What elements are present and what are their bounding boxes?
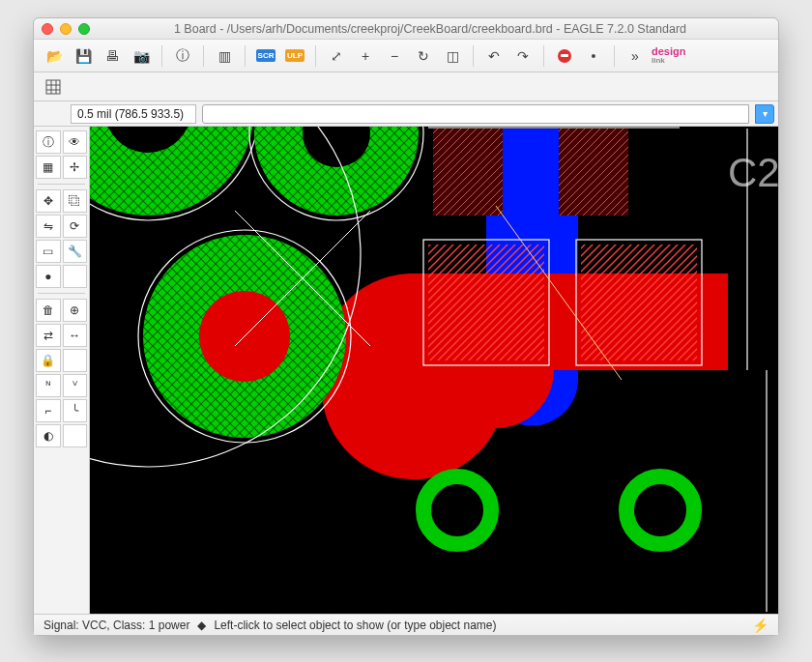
open-icon[interactable]: 📂 [42, 44, 67, 68]
stop-icon[interactable] [552, 44, 577, 68]
zoom-redraw-icon[interactable]: ↻ [411, 44, 436, 68]
name-icon[interactable]: ᴺ [36, 374, 61, 397]
change-icon[interactable]: 🔧 [63, 240, 88, 263]
via-bottom-left[interactable] [423, 476, 491, 544]
board-canvas[interactable]: C2 [90, 127, 778, 614]
delete-icon[interactable]: 🗑 [36, 299, 61, 322]
toolbar-separator [245, 45, 246, 67]
meander-icon[interactable] [63, 424, 88, 447]
close-icon[interactable] [42, 23, 53, 35]
cam-icon[interactable]: 📷 [129, 44, 154, 68]
optimize-icon[interactable]: ◐ [36, 424, 61, 447]
status-sep: ◆ [197, 619, 206, 632]
toolbar-separator [473, 45, 474, 67]
board-svg[interactable]: C2 [90, 127, 778, 614]
grid-size: 0.5 mil [77, 107, 111, 121]
svg-rect-0 [46, 80, 60, 94]
toolbar-separator [614, 45, 615, 67]
tool-row: 🗑⊕ [36, 299, 87, 322]
go-icon[interactable]: • [581, 44, 606, 68]
drc-ok-icon[interactable]: ⚡ [752, 618, 768, 633]
tool-row: ▦✢ [36, 156, 87, 179]
scr-icon[interactable]: SCR [253, 44, 278, 68]
pinswap-icon[interactable]: ⇄ [36, 324, 61, 347]
designlink-logo[interactable]: designlink [652, 46, 685, 65]
lock-icon[interactable]: 🔒 [36, 349, 61, 372]
tool-row: ⇄↔ [36, 324, 87, 347]
pad-top-left[interactable] [90, 127, 259, 220]
component-label: C2 [728, 150, 778, 195]
ulp-icon[interactable]: ULP [282, 44, 307, 68]
overflow-icon[interactable]: » [623, 44, 648, 68]
status-hint: Left-click to select object to show (or … [214, 619, 496, 632]
zoom-out-icon[interactable]: − [382, 44, 407, 68]
minimize-icon[interactable] [60, 23, 72, 35]
traffic-lights [42, 23, 90, 35]
coordinates-display: 0.5 mil (786.5 933.5) [71, 104, 196, 124]
redo-icon[interactable]: ↷ [510, 44, 536, 68]
split-icon[interactable]: ╰ [63, 399, 88, 422]
mirror-icon[interactable]: ⇋ [36, 215, 61, 238]
zoom-select-icon[interactable]: ◫ [440, 44, 465, 68]
tool-row: ◐ [36, 424, 87, 447]
tool-separator [38, 293, 85, 294]
tool-separator [38, 184, 85, 185]
status-bar: Signal: VCC, Class: 1 power ◆ Left-click… [34, 614, 778, 635]
toppad-right[interactable] [559, 127, 628, 216]
cut-icon[interactable] [63, 265, 88, 288]
app-window: 1 Board - /Users/arh/Documents/creekproj… [33, 17, 779, 636]
select-icon[interactable]: ⓘ [170, 44, 195, 68]
svg-point-12 [423, 476, 491, 544]
titlebar: 1 Board - /Users/arh/Documents/creekproj… [34, 18, 778, 40]
smash-icon[interactable] [63, 349, 88, 372]
toppad-left[interactable] [433, 127, 503, 216]
window-title: 1 Board - /Users/arh/Documents/creekproj… [90, 22, 770, 36]
info-icon[interactable]: ⓘ [36, 130, 61, 154]
value-icon[interactable]: ⱽ [63, 374, 88, 397]
tool-row: ⓘ👁 [36, 130, 87, 154]
command-dropdown-icon[interactable]: ▾ [755, 104, 774, 124]
layers-icon[interactable]: ▥ [212, 44, 237, 68]
command-input[interactable] [202, 104, 749, 124]
tool-row: 🔒 [36, 349, 87, 372]
paste-icon[interactable]: ● [36, 265, 61, 288]
smd-pad-left[interactable] [428, 245, 544, 360]
toolbar-separator [161, 45, 162, 67]
show-icon[interactable]: 👁 [63, 130, 88, 154]
tool-row: ⇋⟳ [36, 215, 87, 238]
miter-icon[interactable]: ⌐ [36, 399, 61, 422]
main-toolbar: 📂💾🖶📷ⓘ▥SCRULP⤢+−↻◫↶↷•»designlink [34, 40, 778, 72]
svg-point-13 [626, 476, 694, 544]
copy-icon[interactable]: ⿻ [63, 189, 88, 213]
replace-icon[interactable]: ↔ [63, 324, 88, 347]
parameter-bar [34, 72, 778, 101]
via-bottom-right[interactable] [626, 476, 694, 544]
coordinate-bar: 0.5 mil (786.5 933.5) ▾ [34, 101, 778, 127]
tool-row: ✥⿻ [36, 189, 87, 213]
grid-icon[interactable] [42, 76, 65, 98]
layer-display-icon[interactable]: ▦ [36, 156, 61, 179]
pad-top-mid[interactable] [249, 127, 423, 220]
toolbar-separator [315, 45, 316, 67]
top-outline [428, 127, 680, 129]
undo-icon[interactable]: ↶ [481, 44, 507, 68]
tool-row: ● [36, 265, 87, 288]
move-icon[interactable]: ✥ [36, 189, 61, 213]
add-icon[interactable]: ⊕ [63, 299, 88, 322]
print-icon[interactable]: 🖶 [100, 44, 125, 68]
save-icon[interactable]: 💾 [71, 44, 96, 68]
group-icon[interactable]: ▭ [36, 240, 61, 263]
rotate-icon[interactable]: ⟳ [63, 215, 88, 238]
smd-pad-right[interactable] [581, 245, 697, 360]
maximize-icon[interactable] [78, 23, 90, 35]
cursor-position: (786.5 933.5) [115, 107, 184, 121]
toolbar-separator [203, 45, 204, 67]
work-area: ⓘ👁▦✢✥⿻⇋⟳▭🔧●🗑⊕⇄↔🔒ᴺⱽ⌐╰◐ [34, 127, 778, 614]
tool-palette: ⓘ👁▦✢✥⿻⇋⟳▭🔧●🗑⊕⇄↔🔒ᴺⱽ⌐╰◐ [34, 127, 90, 614]
tool-row: ᴺⱽ [36, 374, 87, 397]
status-signal: Signal: VCC, Class: 1 power [44, 619, 189, 632]
toolbar-separator [543, 45, 544, 67]
zoom-fit-icon[interactable]: ⤢ [324, 44, 349, 68]
zoom-in-icon[interactable]: + [353, 44, 378, 68]
mark-icon[interactable]: ✢ [63, 156, 88, 179]
